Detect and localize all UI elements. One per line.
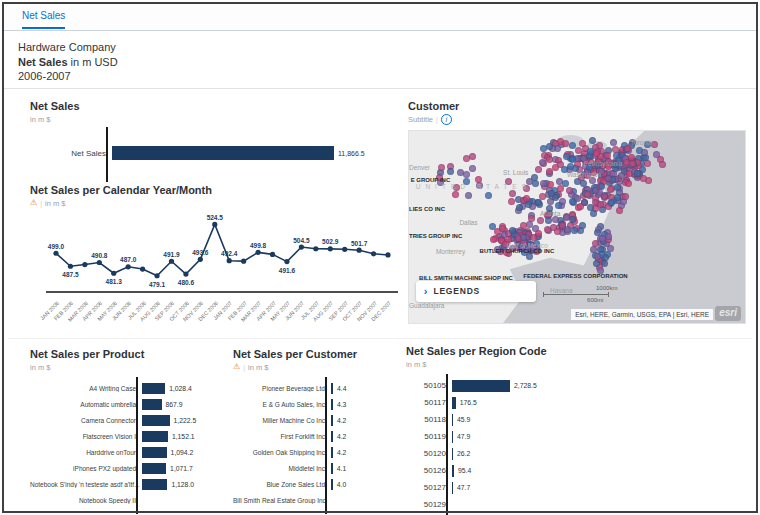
data-point[interactable] <box>68 264 73 269</box>
tab-net-sales[interactable]: Net Sales <box>22 10 65 29</box>
data-point[interactable] <box>357 248 362 253</box>
data-point[interactable] <box>371 251 376 256</box>
customer-dot[interactable] <box>526 253 533 260</box>
data-point[interactable] <box>53 251 58 256</box>
customer-dot[interactable] <box>537 217 544 224</box>
customer-dot[interactable] <box>545 217 552 224</box>
customer-dot[interactable] <box>597 201 604 208</box>
map-canvas[interactable]: UNITED STATESDenverSt. LouisTorontoPenns… <box>408 130 746 324</box>
customer-dot[interactable] <box>520 222 527 229</box>
bar[interactable] <box>331 415 333 426</box>
legends-button[interactable]: › LEGENDS <box>416 281 536 302</box>
customer-dot[interactable] <box>577 203 584 210</box>
customer-dot[interactable] <box>562 140 569 147</box>
data-point[interactable] <box>111 271 116 276</box>
customer-dot[interactable] <box>516 204 523 211</box>
bar[interactable] <box>452 448 453 460</box>
customer-dot[interactable] <box>465 192 472 199</box>
customer-dot[interactable] <box>463 155 470 162</box>
data-point[interactable] <box>169 259 174 264</box>
info-icon[interactable]: i <box>441 114 452 125</box>
customer-dot[interactable] <box>463 171 470 178</box>
customer-dot[interactable] <box>567 163 574 170</box>
customer-dot[interactable] <box>547 181 554 188</box>
bar[interactable] <box>331 383 333 394</box>
data-point[interactable] <box>140 266 145 271</box>
customer-dot[interactable] <box>452 191 459 198</box>
customer-dot[interactable] <box>546 156 553 163</box>
customer-dot[interactable] <box>523 195 530 202</box>
customer-dot[interactable] <box>508 198 515 205</box>
customer-dot[interactable] <box>520 234 527 241</box>
data-point[interactable] <box>342 247 347 252</box>
customer-dot[interactable] <box>614 194 621 201</box>
customer-dot[interactable] <box>447 168 454 175</box>
data-point[interactable] <box>328 246 333 251</box>
bar[interactable] <box>331 431 333 442</box>
customer-dot[interactable] <box>509 190 516 197</box>
bar[interactable] <box>112 146 334 160</box>
customer-dot[interactable] <box>616 207 623 214</box>
data-point[interactable] <box>212 222 217 227</box>
customer-dot[interactable] <box>490 236 497 243</box>
customer-dot[interactable] <box>610 139 617 146</box>
warning-icon[interactable]: ⚠ <box>30 199 37 207</box>
data-point[interactable] <box>299 244 304 249</box>
customer-dot[interactable] <box>625 180 632 187</box>
customer-dot[interactable] <box>535 230 542 237</box>
bar[interactable] <box>142 431 168 442</box>
bar[interactable] <box>452 465 454 477</box>
bar[interactable] <box>331 479 333 490</box>
data-point[interactable] <box>241 259 246 264</box>
bar[interactable] <box>452 414 453 426</box>
bar[interactable] <box>331 399 333 410</box>
customer-dot[interactable] <box>564 226 571 233</box>
bar[interactable] <box>452 380 510 392</box>
bar[interactable] <box>142 383 165 394</box>
data-point[interactable] <box>97 260 102 265</box>
data-point[interactable] <box>255 250 260 255</box>
customer-dot[interactable] <box>528 215 535 222</box>
data-point[interactable] <box>126 264 131 269</box>
customer-dot[interactable] <box>540 180 547 187</box>
customer-dot[interactable] <box>622 193 629 200</box>
bar[interactable] <box>142 399 162 410</box>
customer-dot[interactable] <box>485 192 492 199</box>
customer-dot[interactable] <box>612 146 619 153</box>
bar[interactable] <box>142 479 167 490</box>
data-point[interactable] <box>313 246 318 251</box>
customer-dot[interactable] <box>618 172 625 179</box>
customer-dot[interactable] <box>607 245 614 252</box>
data-point[interactable] <box>227 258 232 263</box>
bar[interactable] <box>142 415 170 426</box>
customer-dot[interactable] <box>554 228 561 235</box>
bar[interactable] <box>142 447 167 458</box>
customer-dot[interactable] <box>590 210 597 217</box>
customer-dot[interactable] <box>475 176 482 183</box>
warning-icon[interactable]: ⚠ <box>233 363 240 371</box>
customer-dot[interactable] <box>575 147 582 154</box>
data-point[interactable] <box>154 273 159 278</box>
customer-dot[interactable] <box>593 150 600 157</box>
data-point[interactable] <box>82 262 87 267</box>
data-point[interactable] <box>284 259 289 264</box>
customer-dot[interactable] <box>593 260 600 267</box>
bar[interactable] <box>452 431 453 443</box>
customer-dot[interactable] <box>571 227 578 234</box>
bar[interactable] <box>331 447 333 458</box>
customer-dot[interactable] <box>569 216 576 223</box>
customer-dot[interactable] <box>469 165 476 172</box>
customer-dot[interactable] <box>531 174 538 181</box>
data-point[interactable] <box>183 271 188 276</box>
customer-dot[interactable] <box>535 166 542 173</box>
customer-dot[interactable] <box>438 164 445 171</box>
esri-logo[interactable]: esri <box>715 306 741 321</box>
bar[interactable] <box>452 397 456 409</box>
customer-dot[interactable] <box>552 194 559 201</box>
data-point[interactable] <box>198 257 203 262</box>
bar[interactable] <box>142 463 166 474</box>
customer-dot[interactable] <box>557 185 564 192</box>
customer-dot[interactable] <box>644 160 651 167</box>
data-point[interactable] <box>270 252 275 257</box>
customer-dot[interactable] <box>589 137 596 144</box>
